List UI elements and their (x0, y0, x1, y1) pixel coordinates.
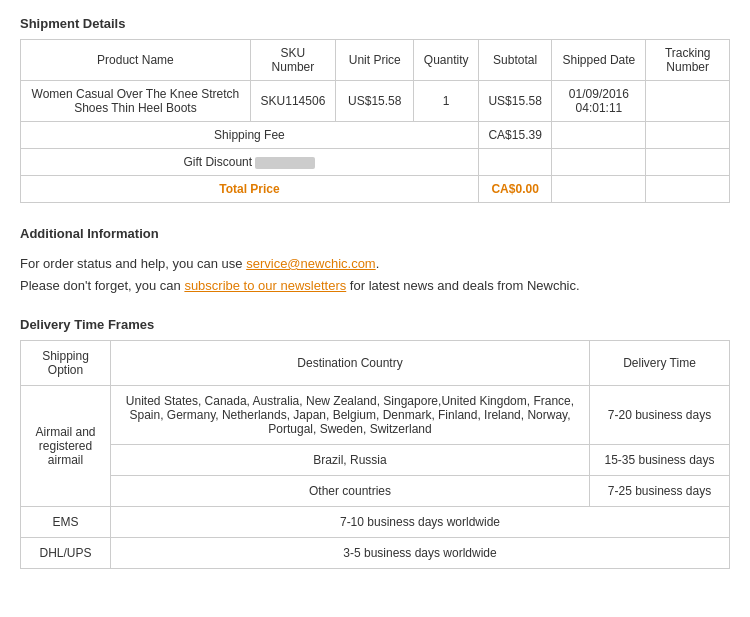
shipment-table: Product Name SKU Number Unit Price Quant… (20, 39, 730, 203)
col-header-shipped: Shipped Date (552, 40, 646, 81)
shipping-fee-shipped (552, 122, 646, 149)
airmail-time-3: 7-25 business days (590, 476, 730, 507)
shipping-fee-subtotal: CA$15.39 (478, 122, 552, 149)
table-row-gift-discount: Gift Discount (21, 149, 730, 176)
dhl-worldwide: 3-5 business days worldwide (111, 538, 730, 569)
table-row-product: Women Casual Over The Knee Stretch Shoes… (21, 81, 730, 122)
delivery-title: Delivery Time Frames (20, 317, 730, 332)
col-header-tracking: Tracking Number (646, 40, 730, 81)
airmail-dest-1: United States, Canada, Australia, New Ze… (111, 386, 590, 445)
dhl-option-label: DHL/UPS (21, 538, 111, 569)
additional-info-line1: For order status and help, you can use s… (20, 253, 730, 275)
delivery-col-option: Shipping Option (21, 341, 111, 386)
delivery-col-time: Delivery Time (590, 341, 730, 386)
airmail-time-2: 15-35 business days (590, 445, 730, 476)
shipping-fee-label: Shipping Fee (21, 122, 479, 149)
total-tracking (646, 176, 730, 203)
delivery-row-dhl: DHL/UPS 3-5 business days worldwide (21, 538, 730, 569)
product-tracking (646, 81, 730, 122)
ems-worldwide: 7-10 business days worldwide (111, 507, 730, 538)
shipping-fee-tracking (646, 122, 730, 149)
additional-info-title: Additional Information (20, 223, 730, 245)
table-row-shipping-fee: Shipping Fee CA$15.39 (21, 122, 730, 149)
delivery-row-airmail-1: Airmail and registered airmail United St… (21, 386, 730, 445)
additional-info-section: Additional Information For order status … (20, 223, 730, 297)
gift-discount-redacted (255, 157, 315, 169)
product-quantity: 1 (414, 81, 478, 122)
delivery-row-airmail-2: Brazil, Russia 15-35 business days (21, 445, 730, 476)
product-subtotal: US$15.58 (478, 81, 552, 122)
airmail-time-1: 7-20 business days (590, 386, 730, 445)
delivery-section: Delivery Time Frames Shipping Option Des… (20, 317, 730, 569)
col-header-product: Product Name (21, 40, 251, 81)
product-name: Women Casual Over The Knee Stretch Shoes… (21, 81, 251, 122)
ems-option-label: EMS (21, 507, 111, 538)
gift-discount-shipped (552, 149, 646, 176)
total-price-value: CA$0.00 (478, 176, 552, 203)
delivery-col-destination: Destination Country (111, 341, 590, 386)
product-sku: SKU114506 (250, 81, 335, 122)
table-row-total: Total Price CA$0.00 (21, 176, 730, 203)
airmail-dest-2: Brazil, Russia (111, 445, 590, 476)
gift-discount-subtotal (478, 149, 552, 176)
airmail-option-label: Airmail and registered airmail (21, 386, 111, 507)
delivery-row-airmail-3: Other countries 7-25 business days (21, 476, 730, 507)
gift-discount-label: Gift Discount (21, 149, 479, 176)
col-header-qty: Quantity (414, 40, 478, 81)
product-unit-price: US$15.58 (336, 81, 414, 122)
delivery-table: Shipping Option Destination Country Deli… (20, 340, 730, 569)
total-price-label: Total Price (21, 176, 479, 203)
delivery-row-ems: EMS 7-10 business days worldwide (21, 507, 730, 538)
col-header-unit: Unit Price (336, 40, 414, 81)
product-shipped-date: 01/09/2016 04:01:11 (552, 81, 646, 122)
shipment-section: Shipment Details Product Name SKU Number… (20, 16, 730, 203)
additional-info-line2: Please don't forget, you can subscribe t… (20, 275, 730, 297)
col-header-subtotal: Subtotal (478, 40, 552, 81)
airmail-dest-3: Other countries (111, 476, 590, 507)
col-header-sku: SKU Number (250, 40, 335, 81)
newsletter-link[interactable]: subscribe to our newsletters (184, 278, 346, 293)
gift-discount-tracking (646, 149, 730, 176)
total-shipped (552, 176, 646, 203)
service-email-link[interactable]: service@newchic.com (246, 256, 376, 271)
shipment-title: Shipment Details (20, 16, 730, 31)
